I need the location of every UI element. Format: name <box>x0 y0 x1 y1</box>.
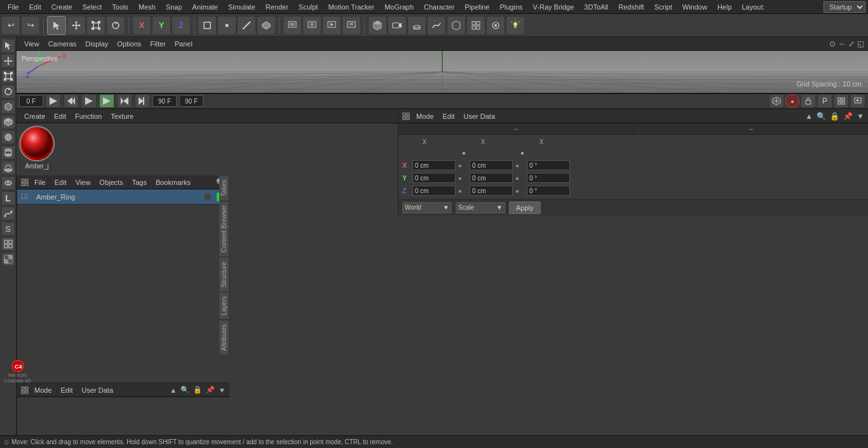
tl-preview-btn[interactable]: P <box>817 94 832 108</box>
tab-attributes[interactable]: Attributes <box>219 320 229 355</box>
mat-edit-btn[interactable]: Edit <box>50 112 70 121</box>
y-axis-button[interactable]: Y <box>152 16 171 35</box>
scale-tool-button[interactable] <box>86 16 105 35</box>
left-texture-btn[interactable] <box>1 252 15 266</box>
menu-edit[interactable]: Edit <box>24 2 46 12</box>
undo-button[interactable]: ↩ <box>1 16 20 35</box>
left-polygon-btn[interactable] <box>1 100 15 114</box>
vp-options-btn[interactable]: Options <box>113 39 145 48</box>
obj-visibility-dot[interactable] <box>204 193 212 201</box>
vp-display-btn[interactable]: Display <box>81 39 112 48</box>
attr-sub-search-icon[interactable]: 🔍 <box>180 386 189 394</box>
timeline-ruler[interactable]: 0 0 5 10 15 20 25 30 <box>17 93 868 94</box>
tl-record-btn[interactable]: ● <box>785 94 799 108</box>
menu-3dtoall[interactable]: 3DToAll <box>579 2 613 12</box>
left-smooth-btn[interactable]: S <box>1 222 15 236</box>
menu-file[interactable]: File <box>3 2 24 12</box>
render-region-button[interactable] <box>283 16 302 35</box>
spline-button[interactable] <box>427 16 446 35</box>
cube-button[interactable] <box>368 16 387 35</box>
render-button[interactable] <box>322 16 341 35</box>
tl-goto-end-btn[interactable] <box>135 94 150 108</box>
tl-next-key-btn[interactable] <box>117 94 132 108</box>
z-pos-input[interactable] <box>412 186 456 196</box>
attr-edit-btn[interactable]: Edit <box>439 112 459 121</box>
left-rotate-btn[interactable] <box>1 85 15 98</box>
menu-vray-bridge[interactable]: V-Ray Bridge <box>528 2 580 12</box>
polygon-mode-button[interactable] <box>257 16 276 35</box>
render-view-button[interactable] <box>302 16 322 35</box>
scale-dropdown[interactable]: Scale ▼ <box>456 202 505 214</box>
tl-preview-end-input[interactable] <box>179 95 203 107</box>
y-pos-input[interactable] <box>412 173 456 183</box>
world-dropdown[interactable]: World ▼ <box>402 202 452 214</box>
attr-sub-menu-icon[interactable]: ▼ <box>219 386 226 394</box>
x-pos-input[interactable] <box>412 160 456 170</box>
render-settings-button[interactable] <box>342 16 361 35</box>
menu-snap[interactable]: Snap <box>161 2 187 12</box>
left-box-btn[interactable] <box>1 115 15 129</box>
add-spline-button[interactable] <box>447 16 466 35</box>
tl-prev-key-btn[interactable] <box>64 94 79 108</box>
left-plane-btn[interactable] <box>1 161 15 175</box>
camera2-button[interactable] <box>486 16 505 35</box>
y-rot-input[interactable] <box>470 173 513 183</box>
tl-start-input[interactable] <box>19 95 43 107</box>
tl-lock-btn[interactable] <box>801 94 816 108</box>
material-item[interactable]: Amber_j <box>19 126 55 170</box>
menu-plugins[interactable]: Plugins <box>494 2 527 12</box>
z-scale-input[interactable] <box>527 186 570 196</box>
point-mode-button[interactable] <box>217 16 236 35</box>
light-button[interactable] <box>506 16 525 35</box>
menu-motion-tracker[interactable]: Motion Tracker <box>323 2 379 12</box>
object-mode-button[interactable] <box>198 16 217 35</box>
tl-grid-btn[interactable] <box>834 94 849 108</box>
obj-bookmarks-btn[interactable]: Bookmarks <box>153 178 194 187</box>
menu-pipeline[interactable]: Pipeline <box>459 2 494 12</box>
vp-icon-2[interactable]: ↔ <box>838 39 846 48</box>
menu-create[interactable]: Create <box>46 2 78 12</box>
grid-button[interactable] <box>466 16 485 35</box>
left-cylinder-btn[interactable] <box>1 146 15 160</box>
x-rot-input[interactable] <box>470 160 513 170</box>
attr-sub-userdata-btn[interactable]: User Data <box>79 386 117 395</box>
z-rot-input[interactable] <box>470 186 513 196</box>
tl-render-btn[interactable] <box>850 94 865 108</box>
attr-mode-btn[interactable]: Mode <box>412 112 438 121</box>
viewport[interactable]: X Y Z Perspective Grid Spacing : 10 cm <box>17 51 868 93</box>
menu-tools[interactable]: Tools <box>107 2 133 12</box>
obj-edit-btn[interactable]: Edit <box>51 178 70 187</box>
left-torus-btn[interactable] <box>1 176 15 190</box>
floor-button[interactable] <box>407 16 426 35</box>
obj-objects-btn[interactable]: Objects <box>96 178 126 187</box>
menu-animate[interactable]: Animate <box>187 2 223 12</box>
left-snap-btn[interactable] <box>1 237 15 251</box>
left-scale-btn[interactable] <box>1 69 15 83</box>
menu-redshift[interactable]: Redshift <box>613 2 649 12</box>
tab-content-browser[interactable]: Content Browser <box>219 201 229 257</box>
left-spline-draw-btn[interactable] <box>1 207 15 221</box>
vp-filter-btn[interactable]: Filter <box>146 39 169 48</box>
tl-play-back-btn[interactable] <box>81 94 97 108</box>
menu-render[interactable]: Render <box>261 2 294 12</box>
x-axis-button[interactable]: X <box>132 16 151 35</box>
object-row-amber-ring[interactable]: L0 Amber_Ring <box>17 189 229 205</box>
menu-window[interactable]: Window <box>677 2 712 12</box>
rotate-tool-button[interactable] <box>106 16 125 35</box>
z-axis-button[interactable]: Z <box>172 16 191 35</box>
vp-icon-3[interactable]: ⤢ <box>848 39 855 48</box>
x-scale-input[interactable] <box>527 160 570 170</box>
obj-file-btn[interactable]: File <box>31 178 49 187</box>
vp-icon-1[interactable]: ⊙ <box>829 39 836 48</box>
menu-select[interactable]: Select <box>78 2 107 12</box>
attr-sub-pin-icon[interactable]: 📌 <box>206 386 215 394</box>
redo-button[interactable]: ↪ <box>21 16 40 35</box>
attr-sub-mode-btn[interactable]: Mode <box>31 386 55 395</box>
attr-search-icon[interactable]: 🔍 <box>817 112 826 121</box>
attr-sub-up-icon[interactable]: ▲ <box>170 386 177 394</box>
move-tool-button[interactable] <box>67 16 86 35</box>
tl-key-all-btn[interactable] <box>769 94 784 108</box>
attr-sub-lock-icon[interactable]: 🔒 <box>193 386 202 394</box>
attr-sub-edit-btn[interactable]: Edit <box>58 386 76 395</box>
left-sphere-btn[interactable] <box>1 130 15 144</box>
